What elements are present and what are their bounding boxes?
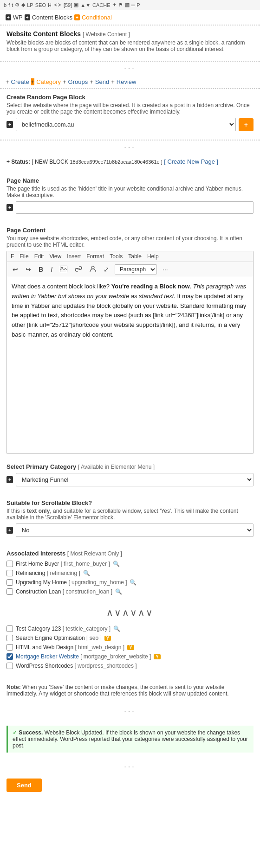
scrollable-description: If this is text only, and suitable for a… <box>6 508 254 521</box>
site-field-plus[interactable]: + <box>6 121 13 128</box>
scrollable-select[interactable]: No Yes <box>16 523 254 537</box>
toolbar-icon-p[interactable]: P <box>136 2 140 8</box>
italic-button[interactable]: I <box>49 265 54 274</box>
nav-review[interactable]: Review <box>117 78 136 85</box>
interests-title-text: Associated Interests <box>6 550 65 557</box>
interest-check-4[interactable] <box>6 588 13 595</box>
link-button[interactable] <box>73 265 84 274</box>
category-check-4[interactable] <box>6 653 13 660</box>
interest-label-1: First Home Buyer [ first_home_buyer ] <box>16 561 110 567</box>
toolbar-icon-grid2[interactable]: ▩ <box>125 2 130 8</box>
info-icon-2[interactable]: 🔍 <box>83 570 90 576</box>
conditional-icon[interactable]: + <box>74 14 80 20</box>
menu-file[interactable]: File <box>20 253 28 260</box>
interests-bracket: [ Most Relevant Only ] <box>67 550 122 557</box>
page-content-title: Page Content <box>6 227 254 234</box>
category-y-badge-3: Y <box>127 645 134 650</box>
cat-info-icon-1[interactable]: 🔍 <box>113 625 120 632</box>
review-plus-icon: + <box>111 78 115 85</box>
toolbar-icon-seo[interactable]: SEO <box>35 2 46 8</box>
success-text: Website Block Updated. If the block is s… <box>13 729 248 749</box>
menu-format[interactable]: Format <box>86 253 104 260</box>
editor-body[interactable]: What does a content block look like? You… <box>7 277 253 453</box>
menu-insert[interactable]: Insert <box>67 253 81 260</box>
toolbar-icon-lp[interactable]: LP <box>27 2 33 8</box>
editor-menubar: F File Edit View Insert Format Tools Tab… <box>7 251 253 262</box>
nav-send[interactable]: Send <box>95 78 109 85</box>
toolbar-icon-flag[interactable]: ⚑ <box>118 2 123 8</box>
nav-groups[interactable]: Groups <box>68 78 88 85</box>
info-icon-1[interactable]: 🔍 <box>113 561 120 567</box>
paragraph-select[interactable]: Paragraph Heading 1 Heading 2 <box>115 264 157 274</box>
divider-4: ··· <box>0 760 260 774</box>
interest-check-1[interactable] <box>6 561 13 567</box>
create-block-section: Create Random Page Block Select the webs… <box>0 89 260 140</box>
note-content: When you 'Save' the content or make chan… <box>6 684 229 697</box>
primary-category-bracket: [ Available in Elementor Menu ] <box>78 464 155 470</box>
menu-help[interactable]: Help <box>147 253 159 260</box>
fullscreen-button[interactable]: ⤢ <box>102 265 111 274</box>
breadcrumb-conditional[interactable]: Conditional <box>82 14 112 21</box>
toolbar-icon-arrows[interactable]: ≺≻ <box>53 2 62 8</box>
toolbar-icon-diamond[interactable]: ◆ <box>21 2 25 8</box>
toolbar-icon-h[interactable]: H <box>48 2 52 8</box>
menu-table[interactable]: Table <box>128 253 142 260</box>
menu-view[interactable]: View <box>49 253 61 260</box>
category-check-2[interactable] <box>6 635 13 641</box>
more-button[interactable]: ··· <box>161 265 170 274</box>
toolbar-icon-b[interactable]: b <box>4 2 6 8</box>
interest-check-3[interactable] <box>6 579 13 586</box>
image-button[interactable] <box>58 265 69 274</box>
top-toolbar[interactable]: b f t ⚙ ◆ LP SEO H ≺≻ [59] ▣ ▲▼ CACHE ✦ … <box>0 0 260 10</box>
menu-f[interactable]: F <box>11 253 14 260</box>
menu-edit[interactable]: Edit <box>34 253 44 260</box>
site-select[interactable]: beliefmedia.com.au <box>16 118 236 131</box>
category-y-badge-2: Y <box>104 636 111 641</box>
scrollable-section: Suitable for Scrollable Block? If this i… <box>0 495 260 545</box>
breadcrumb-wp[interactable]: WP <box>13 14 23 21</box>
toolbar-icon-eq[interactable]: ═ <box>131 2 135 8</box>
create-new-page-link[interactable]: [ Create New Page ] <box>164 158 218 165</box>
bold-button[interactable]: B <box>37 265 45 274</box>
nav-bar: + Create + Category + Groups + Send + Re… <box>0 76 260 89</box>
site-select-row: + beliefmedia.com.au + <box>6 118 254 131</box>
page-name-input[interactable]: BM Content Block Article, Demo 1 <box>16 201 254 214</box>
toolbar-icon-t[interactable]: t <box>12 2 13 8</box>
primary-category-title: Select Primary Category [ Available in E… <box>6 463 254 470</box>
interest-check-2[interactable] <box>6 570 13 576</box>
wp-icon[interactable]: + <box>6 14 11 20</box>
undo-button[interactable]: ↩ <box>11 265 20 274</box>
scrollable-title: Suitable for Scrollable Block? <box>6 499 254 506</box>
interests-list: First Home Buyer [ first_home_buyer ] 🔍 … <box>6 561 254 595</box>
toolbar-icon-grid[interactable]: ▣ <box>74 2 78 8</box>
toolbar-icon-settings[interactable]: ⚙ <box>15 2 20 8</box>
toolbar-icon-star[interactable]: ✦ <box>112 2 117 8</box>
page-content-section: Page Content You may use website shortco… <box>0 222 260 459</box>
toolbar-icon-f[interactable]: f <box>8 2 10 8</box>
status-label: Status: <box>11 159 30 165</box>
category-y-badge-4: Y <box>154 654 161 659</box>
toolbar-icon-arrows2[interactable]: ▲▼ <box>80 2 91 8</box>
category-check-5[interactable] <box>6 663 13 669</box>
user-button[interactable] <box>88 265 98 274</box>
wavy-divider: ∧∨∧∨∧∨ <box>0 602 260 623</box>
category-check-3[interactable] <box>6 644 13 651</box>
info-icon-3[interactable]: 🔍 <box>130 579 136 586</box>
category-label-1: Test Category 123 [ testicle_category ] <box>16 625 110 632</box>
content-blocks-icon[interactable]: + <box>25 14 30 20</box>
menu-tools[interactable]: Tools <box>110 253 123 260</box>
add-site-button[interactable]: + <box>239 118 254 131</box>
category-plus-icon: + <box>31 78 35 85</box>
primary-category-select[interactable]: Marketing Funnel <box>16 473 254 486</box>
category-check-1[interactable] <box>6 625 13 632</box>
info-icon-4[interactable]: 🔍 <box>115 588 122 595</box>
send-button[interactable]: Send <box>6 779 42 792</box>
success-box: ✓ Success. Website Block Updated. If the… <box>6 726 254 753</box>
status-line: + Status: [ NEW BLOCK 18d3cea699ce71b8b2… <box>6 158 254 165</box>
nav-create[interactable]: Create <box>11 78 29 85</box>
editor-toolbar: ↩ ↪ B I ⤢ <box>7 262 253 277</box>
redo-button[interactable]: ↪ <box>24 265 33 274</box>
nav-category[interactable]: Category <box>36 78 61 85</box>
breadcrumb-content-blocks[interactable]: Content Blocks <box>32 14 72 21</box>
toolbar-icon-cache[interactable]: CACHE <box>92 2 110 8</box>
